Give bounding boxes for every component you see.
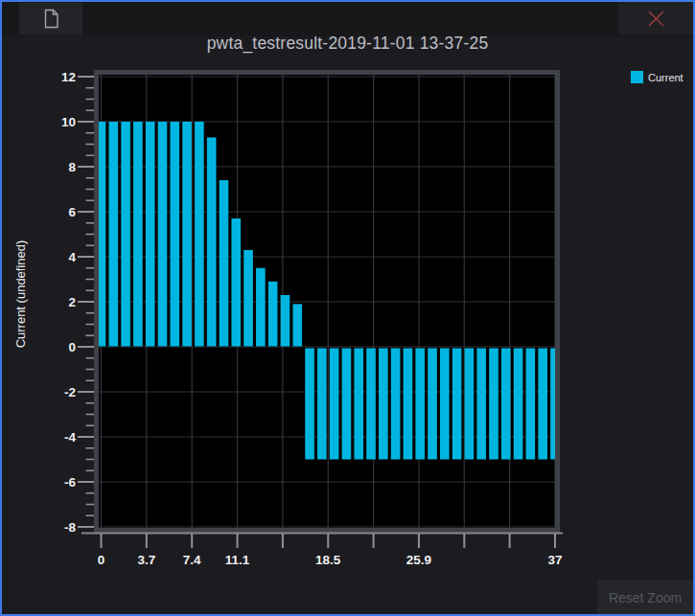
bar[interactable] (428, 349, 437, 460)
bar[interactable] (268, 282, 278, 347)
bar[interactable] (526, 349, 536, 460)
bar[interactable] (440, 349, 450, 460)
svg-text:6: 6 (68, 205, 76, 219)
bar[interactable] (170, 122, 179, 347)
bar[interactable] (342, 349, 352, 460)
bar[interactable] (330, 349, 339, 460)
svg-text:4: 4 (68, 250, 76, 264)
bar[interactable] (465, 349, 475, 460)
svg-text:8: 8 (68, 160, 76, 174)
svg-text:3.7: 3.7 (137, 553, 155, 567)
bar[interactable] (317, 349, 327, 460)
chart-canvas[interactable]: 121086420-2-4-6-803.77.411.118.525.937 (2, 2, 695, 616)
bar[interactable] (220, 180, 229, 346)
bar[interactable] (256, 268, 266, 347)
svg-text:-2: -2 (64, 385, 76, 399)
svg-text:-6: -6 (64, 475, 76, 490)
bar[interactable] (391, 349, 401, 460)
bar[interactable] (281, 295, 290, 347)
bar[interactable] (489, 349, 498, 460)
bar[interactable] (108, 122, 118, 347)
bar[interactable] (121, 122, 130, 347)
svg-text:2: 2 (68, 295, 76, 309)
bar[interactable] (379, 349, 388, 460)
bar[interactable] (146, 122, 155, 347)
bar[interactable] (501, 349, 511, 460)
svg-text:18.5: 18.5 (315, 553, 341, 567)
bar[interactable] (366, 349, 376, 460)
bar[interactable] (476, 349, 486, 460)
svg-text:0: 0 (98, 553, 105, 567)
bar[interactable] (452, 349, 462, 460)
bar[interactable] (243, 250, 253, 347)
y-axis-labels: 121086420-2-4-6-8 (61, 70, 77, 535)
svg-text:-8: -8 (64, 520, 76, 535)
bar[interactable] (292, 304, 302, 346)
bar[interactable] (514, 349, 523, 460)
svg-text:-4: -4 (64, 430, 76, 445)
bar[interactable] (415, 349, 425, 460)
svg-text:7.4: 7.4 (183, 553, 201, 567)
svg-text:12: 12 (61, 70, 76, 84)
bar[interactable] (207, 137, 217, 346)
bar[interactable] (354, 349, 363, 460)
bar[interactable] (133, 122, 143, 347)
y-axis-ticks (78, 77, 94, 527)
bar[interactable] (404, 349, 413, 460)
x-axis-ticks (102, 534, 555, 548)
svg-text:0: 0 (68, 340, 76, 354)
bar[interactable] (158, 122, 168, 347)
svg-text:37: 37 (547, 553, 562, 567)
svg-text:11.1: 11.1 (225, 553, 250, 567)
svg-text:25.9: 25.9 (406, 553, 431, 567)
reset-zoom-button[interactable]: Reset Zoom (597, 581, 693, 614)
bar[interactable] (305, 349, 314, 460)
bar[interactable] (538, 349, 547, 460)
bar[interactable] (195, 122, 204, 347)
x-axis-labels: 03.77.411.118.525.937 (98, 553, 563, 567)
bar[interactable] (231, 218, 241, 346)
bar[interactable] (182, 122, 192, 347)
svg-text:10: 10 (61, 115, 76, 129)
app-window: pwta_testresult-2019-11-01 13-37-25 Curr… (0, 0, 695, 616)
